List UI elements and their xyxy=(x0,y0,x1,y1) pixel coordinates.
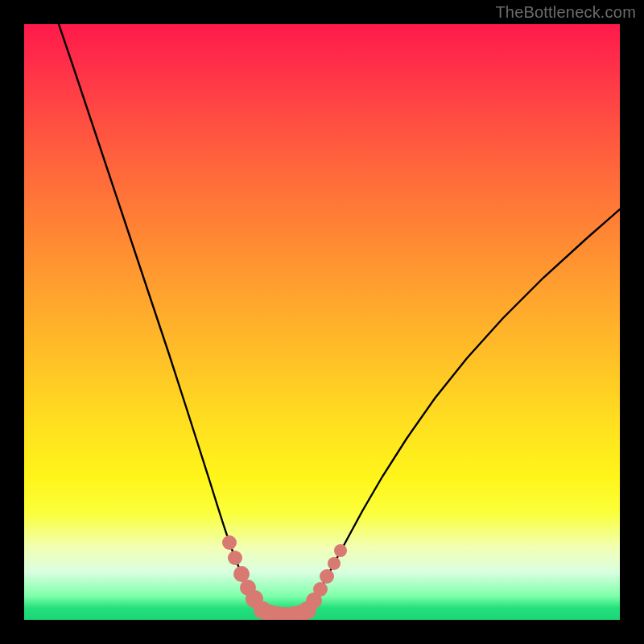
chart-frame: TheBottleneck.com xyxy=(0,0,644,644)
marker-dot xyxy=(328,557,341,570)
marker-dot xyxy=(222,535,237,550)
marker-dot xyxy=(233,566,250,582)
marker-dot xyxy=(228,551,242,565)
marker-dot xyxy=(313,582,328,597)
marker-dot xyxy=(334,544,347,557)
bottleneck-curve xyxy=(59,24,620,616)
marker-dot xyxy=(320,569,334,584)
plot-area xyxy=(24,24,620,620)
curve-layer xyxy=(24,24,620,620)
marker-cluster xyxy=(222,535,347,620)
watermark-text: TheBottleneck.com xyxy=(495,3,636,22)
